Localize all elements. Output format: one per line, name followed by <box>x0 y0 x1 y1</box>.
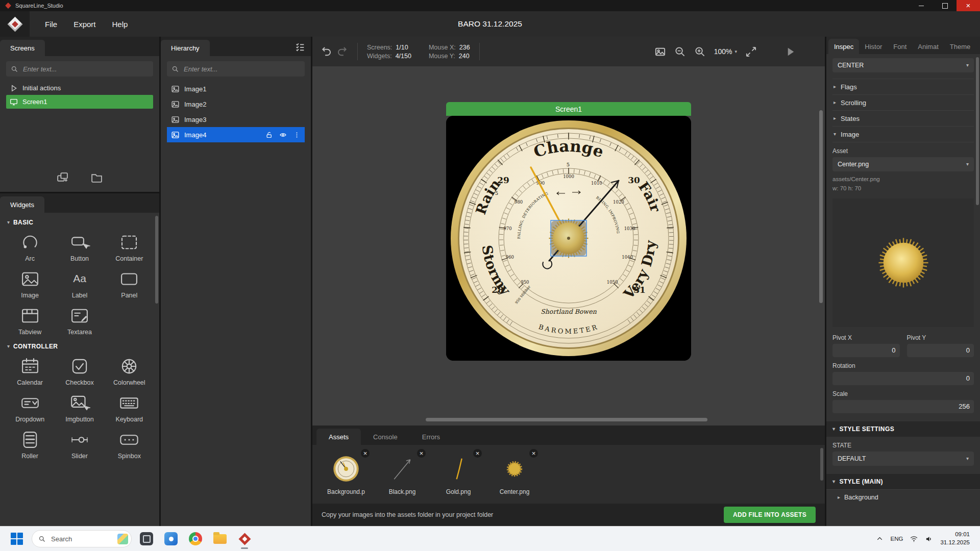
align-dropdown[interactable]: CENTER <box>832 58 974 72</box>
barometer-image[interactable]: 950960970980990100010101020103010401050 … <box>446 116 691 361</box>
screen-name-badge[interactable]: Screen1 <box>446 102 691 116</box>
widget-label[interactable]: AaLabel <box>55 266 104 301</box>
pivot-x-field[interactable] <box>832 344 900 357</box>
tab-console[interactable]: Console <box>361 429 410 445</box>
widget-calendar[interactable]: Calendar <box>5 354 55 388</box>
canvas-horizontal-scrollbar[interactable] <box>426 418 707 421</box>
widget-dropdown[interactable]: Dropdown <box>5 390 55 425</box>
taskbar-app-1[interactable] <box>137 528 156 550</box>
section-flags[interactable]: Flags <box>832 79 974 95</box>
folder-icon[interactable] <box>90 171 103 184</box>
delete-asset-icon[interactable] <box>529 449 538 458</box>
widget-keyboard[interactable]: Keyboard <box>105 390 154 425</box>
delete-asset-icon[interactable] <box>361 449 370 458</box>
undo-icon[interactable] <box>321 46 332 58</box>
widgets-scrollbar[interactable] <box>155 216 158 304</box>
network-icon[interactable] <box>910 535 918 543</box>
eye-icon[interactable] <box>279 131 287 139</box>
scale-field[interactable] <box>832 400 974 413</box>
add-screen-icon[interactable] <box>56 171 69 184</box>
device-screen[interactable]: 950960970980990100010101020103010401050 … <box>446 116 691 361</box>
tab-assets[interactable]: Assets <box>316 429 361 445</box>
hierarchy-item-image2[interactable]: Image2 <box>167 96 305 112</box>
taskbar-file-explorer[interactable] <box>210 528 230 550</box>
search-highlight-icon[interactable] <box>117 534 128 544</box>
rotation-field[interactable] <box>832 372 974 385</box>
canvas-vertical-scrollbar[interactable] <box>819 110 823 303</box>
widget-tabview[interactable]: Tabview <box>5 303 55 338</box>
section-image[interactable]: Image <box>832 127 974 142</box>
screens-search[interactable] <box>6 61 153 77</box>
widget-spinbox[interactable]: Spinbox <box>105 427 154 462</box>
widget-section-controller[interactable]: CONTROLLER <box>5 338 154 354</box>
taskbar-search-input[interactable] <box>50 535 113 543</box>
style-main-header[interactable]: STYLE (MAIN) <box>826 474 980 489</box>
selection-outline[interactable] <box>551 220 586 256</box>
redo-icon[interactable] <box>336 46 348 58</box>
tab-widgets[interactable]: Widgets <box>0 196 44 213</box>
tab-errors[interactable]: Errors <box>410 429 452 445</box>
tab-font[interactable]: Font <box>888 39 912 54</box>
section-states[interactable]: States <box>832 111 974 127</box>
screen-item-screen1[interactable]: Screen1 <box>6 95 153 109</box>
widget-panel[interactable]: Panel <box>105 266 154 301</box>
widget-arc[interactable]: Arc <box>5 230 55 264</box>
language-indicator[interactable]: ENG <box>891 536 903 542</box>
hierarchy-item-image1[interactable]: Image1 <box>167 81 305 96</box>
asset-center[interactable]: Center.png <box>490 453 539 495</box>
widget-textarea[interactable]: Textarea <box>55 303 104 338</box>
widget-slider[interactable]: Slider <box>55 427 104 462</box>
tab-screens[interactable]: Screens <box>0 40 45 56</box>
widget-imgbutton[interactable]: Imgbutton <box>55 390 104 425</box>
image-overlay-icon[interactable] <box>654 46 666 58</box>
play-button[interactable] <box>785 46 796 58</box>
style-background-item[interactable]: Background <box>826 489 980 505</box>
tab-theme[interactable]: Theme <box>944 39 976 54</box>
tray-chevron-icon[interactable] <box>875 535 884 543</box>
zoom-level-dropdown[interactable]: 100% <box>714 47 737 56</box>
list-options-icon[interactable] <box>295 41 306 53</box>
asset-black-needle[interactable]: Black.png <box>378 453 427 495</box>
delete-asset-icon[interactable] <box>417 449 426 458</box>
zoom-out-icon[interactable] <box>674 46 686 58</box>
widget-checkbox[interactable]: Checkbox <box>55 354 104 388</box>
state-dropdown[interactable]: DEFAULT <box>832 452 974 466</box>
hierarchy-item-image4[interactable]: Image4 <box>167 127 305 142</box>
hierarchy-item-image3[interactable]: Image3 <box>167 112 305 127</box>
hierarchy-search-input[interactable] <box>183 65 300 73</box>
zoom-in-icon[interactable] <box>694 46 706 58</box>
asset-gold-needle[interactable]: Gold.png <box>434 453 483 495</box>
style-settings-header[interactable]: STYLE SETTINGS <box>826 421 980 437</box>
tab-inspector[interactable]: Inspec <box>828 39 859 54</box>
initial-actions-item[interactable]: Initial actions <box>6 81 153 95</box>
widget-section-basic[interactable]: BASIC <box>5 214 154 230</box>
close-button[interactable] <box>957 0 980 11</box>
section-scrolling[interactable]: Scrolling <box>832 95 974 111</box>
widget-container[interactable]: Container <box>105 230 154 264</box>
tab-history[interactable]: Histor <box>859 39 888 54</box>
delete-asset-icon[interactable] <box>473 449 482 458</box>
kebab-menu-icon[interactable] <box>293 131 301 139</box>
widget-button[interactable]: Button <box>55 230 104 264</box>
menu-help[interactable]: Help <box>104 20 136 29</box>
screens-search-input[interactable] <box>22 65 149 73</box>
tab-hierarchy[interactable]: Hierarchy <box>161 40 210 56</box>
maximize-button[interactable] <box>933 0 957 11</box>
pivot-y-field[interactable] <box>907 344 974 357</box>
asset-dropdown[interactable]: Center.png <box>832 157 974 171</box>
volume-icon[interactable] <box>925 535 934 543</box>
add-file-button[interactable]: ADD FILE INTO ASSETS <box>724 507 816 523</box>
start-button[interactable] <box>7 528 27 550</box>
inspector-scrollbar[interactable] <box>976 57 979 205</box>
taskbar-app-2[interactable] <box>161 528 181 550</box>
minimize-button[interactable] <box>910 0 933 11</box>
hierarchy-search[interactable] <box>167 61 305 77</box>
fit-screen-icon[interactable] <box>745 46 757 58</box>
unlock-icon[interactable] <box>265 131 273 139</box>
taskbar-clock[interactable]: 09:01 31.12.2025 <box>940 531 970 546</box>
widget-roller[interactable]: Roller <box>5 427 55 462</box>
widget-colorwheel[interactable]: Colorwheel <box>105 354 154 388</box>
tab-animations[interactable]: Animat <box>912 39 944 54</box>
taskbar-browser[interactable] <box>186 528 205 550</box>
canvas[interactable]: Screen1 <box>312 66 825 425</box>
